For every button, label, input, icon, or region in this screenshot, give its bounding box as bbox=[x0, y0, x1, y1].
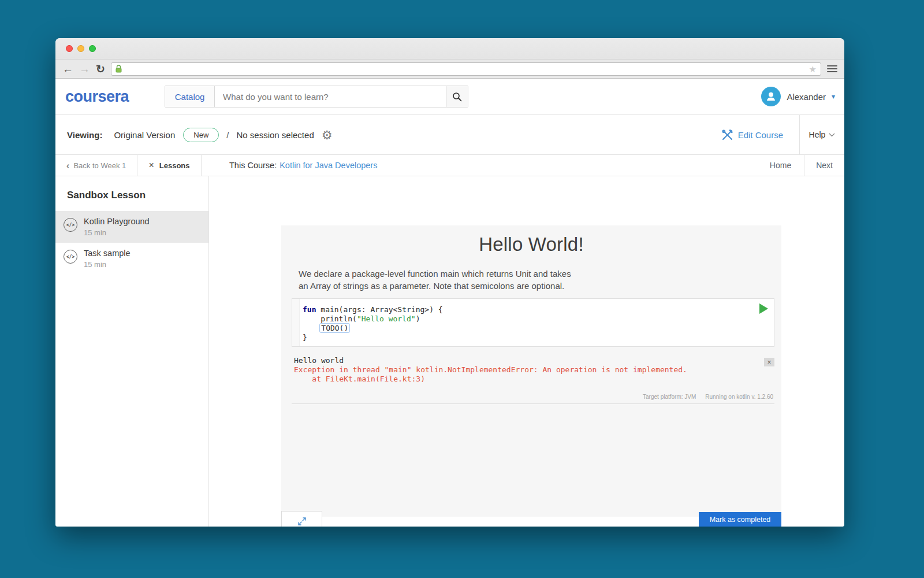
lessons-label: Lessons bbox=[159, 161, 190, 170]
close-icon: × bbox=[148, 161, 154, 170]
search-icon bbox=[452, 92, 462, 102]
description-line: an Array of strings as a parameter. Note… bbox=[299, 280, 781, 292]
window-titlebar bbox=[55, 38, 844, 60]
close-output-icon[interactable]: × bbox=[764, 358, 774, 366]
sidebar-item-kotlin-playground[interactable]: </> Kotlin Playground 15 min bbox=[55, 211, 208, 243]
address-bar[interactable]: ★ bbox=[111, 62, 821, 76]
browser-menu-icon[interactable] bbox=[827, 65, 837, 72]
kotlin-version-label: Running on kotlin v. 1.2.60 bbox=[705, 394, 773, 400]
back-to-week-button[interactable]: ‹ Back to Week 1 bbox=[55, 155, 137, 176]
lock-icon[interactable] bbox=[116, 65, 122, 73]
chevron-down-icon: ▾ bbox=[832, 92, 835, 101]
expand-icon bbox=[297, 517, 307, 527]
error-line: at FileKt.main(File.kt:3) bbox=[294, 375, 774, 384]
next-button[interactable]: Next bbox=[804, 155, 844, 176]
lesson-content: Hello World! We declare a package-level … bbox=[209, 176, 844, 527]
version-label: Original Version bbox=[114, 130, 175, 140]
description-line: We declare a package-level function main… bbox=[299, 268, 781, 280]
search-input[interactable] bbox=[215, 86, 446, 107]
browser-forward-icon: → bbox=[79, 64, 90, 75]
lessons-close-button[interactable]: × Lessons bbox=[137, 155, 202, 176]
separator: / bbox=[226, 130, 229, 140]
lesson-sidebar: Sandbox Lesson </> Kotlin Playground 15 … bbox=[55, 176, 209, 527]
browser-window: ← → ↻ ★ coursera Catalog bbox=[55, 38, 844, 527]
user-menu[interactable]: Alexander ▾ bbox=[761, 87, 835, 106]
error-line: Exception in thread "main" kotlin.NotImp… bbox=[294, 365, 774, 375]
viewing-label: Viewing: bbox=[67, 130, 102, 140]
coursera-logo[interactable]: coursera bbox=[65, 88, 129, 106]
target-platform-label: Target platform: JVM bbox=[643, 394, 696, 400]
course-link[interactable]: Kotlin for Java Developers bbox=[280, 161, 377, 170]
gear-icon[interactable]: ⚙ bbox=[322, 129, 333, 141]
course-prefix: This Course: bbox=[229, 161, 277, 170]
edit-course-label: Edit Course bbox=[738, 130, 783, 140]
browser-toolbar: ← → ↻ ★ bbox=[55, 60, 844, 79]
code-editor[interactable]: fun main(args: Array<String>) { println(… bbox=[292, 298, 774, 347]
page-title: Hello World! bbox=[281, 225, 781, 255]
code-icon: </> bbox=[64, 218, 77, 232]
code-keyword: fun bbox=[303, 305, 316, 314]
user-name: Alexander bbox=[787, 92, 826, 102]
help-menu[interactable]: Help bbox=[799, 115, 844, 154]
search-group: Catalog bbox=[165, 86, 468, 108]
coursera-header: coursera Catalog Alexander bbox=[55, 79, 844, 115]
run-button-play-icon[interactable] bbox=[759, 303, 768, 314]
chevron-down-icon bbox=[829, 133, 835, 137]
catalog-button[interactable]: Catalog bbox=[165, 86, 215, 107]
home-button[interactable]: Home bbox=[757, 155, 804, 176]
item-label: Task sample bbox=[84, 249, 131, 258]
minimize-window-button[interactable] bbox=[77, 45, 84, 52]
lesson-card: Hello World! We declare a package-level … bbox=[281, 225, 781, 517]
bookmark-star-icon[interactable]: ★ bbox=[809, 65, 817, 73]
lesson-nav: ‹ Back to Week 1 × Lessons This Course: … bbox=[55, 155, 844, 176]
expand-button[interactable] bbox=[281, 511, 322, 527]
item-duration: 15 min bbox=[84, 260, 131, 269]
todo-highlight: TODO() bbox=[319, 323, 350, 333]
search-button[interactable] bbox=[446, 86, 468, 107]
new-badge: New bbox=[183, 128, 219, 142]
console-output: × Hello worldException in thread "main" … bbox=[292, 356, 774, 404]
mark-as-completed-button[interactable]: Mark as completed bbox=[699, 512, 781, 527]
sidebar-item-task-sample[interactable]: </> Task sample 15 min bbox=[55, 243, 208, 275]
back-to-week-label: Back to Week 1 bbox=[73, 161, 126, 170]
code-string: "Hello world" bbox=[357, 314, 416, 323]
viewing-bar: Viewing: Original Version New / No sessi… bbox=[55, 115, 844, 155]
stdout-line: Hello world bbox=[294, 356, 774, 365]
lesson-title: Sandbox Lesson bbox=[55, 176, 208, 211]
course-breadcrumb: This Course: Kotlin for Java Developers bbox=[202, 155, 377, 176]
tools-icon bbox=[721, 129, 733, 141]
edit-course-button[interactable]: Edit Course bbox=[705, 115, 799, 154]
chevron-left-icon: ‹ bbox=[66, 161, 70, 171]
item-duration: 15 min bbox=[84, 228, 150, 237]
session-label: No session selected bbox=[236, 130, 314, 140]
kotlin-playground-widget: fun main(args: Array<String>) { println(… bbox=[292, 298, 774, 404]
avatar bbox=[761, 87, 781, 106]
close-window-button[interactable] bbox=[66, 45, 73, 52]
browser-back-icon[interactable]: ← bbox=[62, 64, 73, 75]
browser-reload-icon[interactable]: ↻ bbox=[96, 64, 105, 75]
help-label: Help bbox=[809, 130, 826, 139]
zoom-window-button[interactable] bbox=[89, 45, 96, 52]
code-icon: </> bbox=[64, 250, 77, 264]
item-label: Kotlin Playground bbox=[84, 217, 150, 226]
